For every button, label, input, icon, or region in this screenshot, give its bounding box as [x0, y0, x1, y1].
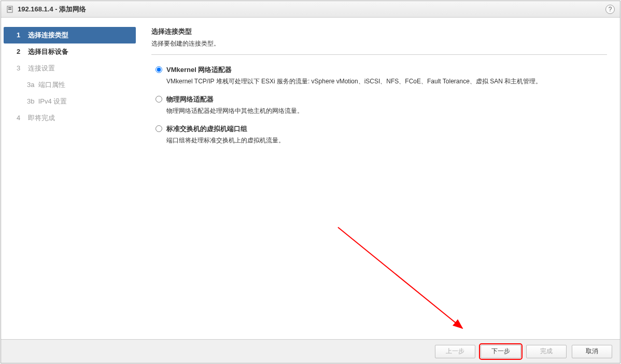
help-icon[interactable]: ?: [605, 5, 615, 14]
step-ready-complete: 4 即将完成: [1, 110, 138, 126]
panel-subtitle: 选择要创建的连接类型。: [151, 39, 607, 48]
next-button[interactable]: 下一步: [481, 345, 521, 358]
step-label: IPv4 设置: [38, 97, 67, 105]
radio-physical[interactable]: [156, 96, 162, 103]
cancel-button[interactable]: 取消: [572, 345, 612, 358]
option-physical-adapter[interactable]: 物理网络适配器 物理网络适配器处理网络中其他主机的网络流量。: [156, 95, 607, 116]
connection-type-group: VMkernel 网络适配器 VMkernel TCP/IP 堆栈可处理以下 E…: [151, 65, 607, 146]
step-label: 选择目标设备: [28, 48, 68, 55]
radio-label: 标准交换机的虚拟机端口组: [166, 124, 247, 134]
radio-description: VMkernel TCP/IP 堆栈可处理以下 ESXi 服务的流量: vSph…: [166, 77, 607, 86]
option-vm-portgroup[interactable]: 标准交换机的虚拟机端口组 端口组将处理标准交换机上的虚拟机流量。: [156, 124, 607, 145]
step-label: 即将完成: [28, 114, 55, 122]
footer: 上一步 下一步 完成 取消: [1, 339, 620, 363]
svg-rect-1: [8, 7, 11, 8]
radio-description: 物理网络适配器处理网络中其他主机的网络流量。: [166, 106, 607, 116]
panel-title: 选择连接类型: [151, 27, 607, 36]
svg-rect-2: [8, 9, 11, 10]
step-ipv4-settings: 3b IPv4 设置: [1, 93, 138, 110]
annotation-arrow: [335, 225, 470, 339]
radio-portgroup[interactable]: [156, 125, 162, 132]
host-icon: [6, 6, 13, 13]
dialog-title: 192.168.1.4 - 添加网络: [18, 5, 605, 14]
divider: [151, 54, 607, 55]
add-network-dialog: 192.168.1.4 - 添加网络 ? 1 选择连接类型 2 选择目标设备 3…: [1, 1, 620, 363]
content-area: 1 选择连接类型 2 选择目标设备 3 连接设置 3a 端口属性 3b IPv4…: [1, 18, 620, 339]
step-connection-type[interactable]: 1 选择连接类型: [4, 27, 136, 43]
svg-line-4: [338, 227, 462, 328]
finish-button: 完成: [526, 345, 567, 358]
step-label: 选择连接类型: [28, 31, 68, 39]
title-bar: 192.168.1.4 - 添加网络 ?: [1, 1, 620, 18]
step-port-properties: 3a 端口属性: [1, 77, 138, 93]
step-connection-settings: 3 连接设置: [1, 60, 138, 77]
wizard-sidebar: 1 选择连接类型 2 选择目标设备 3 连接设置 3a 端口属性 3b IPv4…: [1, 18, 138, 339]
step-target-device[interactable]: 2 选择目标设备: [1, 43, 138, 60]
step-label: 连接设置: [28, 64, 55, 72]
back-button: 上一步: [435, 345, 475, 358]
radio-label: VMkernel 网络适配器: [166, 65, 232, 75]
main-panel: 选择连接类型 选择要创建的连接类型。 VMkernel 网络适配器 VMkern…: [138, 18, 620, 339]
option-vmkernel[interactable]: VMkernel 网络适配器 VMkernel TCP/IP 堆栈可处理以下 E…: [156, 65, 607, 86]
radio-label: 物理网络适配器: [166, 95, 214, 104]
radio-description: 端口组将处理标准交换机上的虚拟机流量。: [166, 136, 607, 145]
step-label: 端口属性: [38, 81, 65, 89]
radio-vmkernel[interactable]: [156, 66, 162, 73]
